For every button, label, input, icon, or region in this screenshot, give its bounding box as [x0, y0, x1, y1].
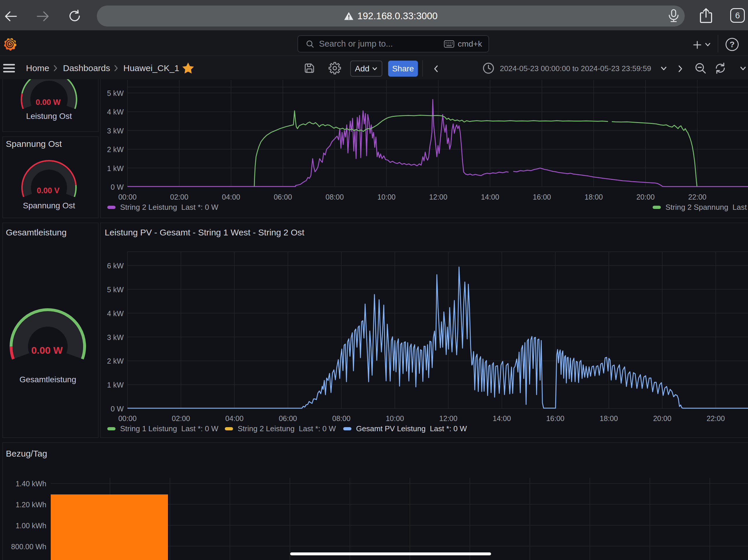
svg-text:02:00: 02:00 [172, 414, 190, 422]
svg-text:0.00 V: 0.00 V [37, 186, 60, 195]
svg-text:0.00 W: 0.00 W [31, 345, 63, 356]
svg-text:20:00: 20:00 [636, 193, 655, 201]
svg-text:10:00: 10:00 [386, 414, 404, 422]
svg-text:4 kW: 4 kW [107, 310, 124, 318]
svg-text:22:00: 22:00 [707, 414, 725, 422]
svg-text:Bezug/Tag: Bezug/Tag [6, 449, 47, 458]
svg-text:4 kW: 4 kW [107, 108, 124, 116]
svg-text:6 kW: 6 kW [107, 262, 124, 270]
svg-text:String 2 Leistung Last *: 0 W: String 2 Leistung Last *: 0 W [238, 424, 336, 433]
svg-text:5 kW: 5 kW [107, 286, 124, 294]
svg-text:String 2 Spannung Last *: 0 W: String 2 Spannung Last *: 0 W [665, 203, 748, 212]
svg-text:06:00: 06:00 [274, 193, 292, 201]
svg-text:18:00: 18:00 [585, 193, 603, 201]
svg-text:08:00: 08:00 [332, 414, 351, 422]
svg-text:00:00: 00:00 [118, 193, 137, 201]
svg-text:Leistung PV - Gesamt - String: Leistung PV - Gesamt - String 1 West - S… [105, 227, 304, 237]
svg-text:16:00: 16:00 [533, 193, 551, 201]
svg-text:0 W: 0 W [111, 405, 124, 413]
svg-text:08:00: 08:00 [325, 193, 344, 201]
svg-text:1.00 kWh: 1.00 kWh [16, 521, 46, 530]
svg-text:2 kW: 2 kW [107, 145, 124, 153]
svg-text:16:00: 16:00 [546, 414, 565, 422]
svg-text:04:00: 04:00 [226, 414, 244, 422]
svg-text:20:00: 20:00 [653, 414, 672, 422]
svg-text:5 kW: 5 kW [107, 89, 124, 97]
svg-text:10:00: 10:00 [377, 193, 396, 201]
svg-text:14:00: 14:00 [481, 193, 499, 201]
svg-text:800.00 Wh: 800.00 Wh [11, 542, 46, 551]
svg-text:1 kW: 1 kW [107, 164, 124, 172]
svg-text:String 1 Leistung Last *: 0 W: String 1 Leistung Last *: 0 W [120, 424, 218, 433]
svg-text:12:00: 12:00 [429, 193, 448, 201]
svg-text:Leistung Ost: Leistung Ost [26, 112, 72, 121]
svg-text:1.20 kWh: 1.20 kWh [16, 501, 46, 509]
svg-text:Spannung Ost: Spannung Ost [6, 139, 62, 149]
svg-text:Gesamt PV Leistung Last *: 0: Gesamt PV Leistung Last *: 0 W [356, 424, 467, 433]
svg-text:14:00: 14:00 [493, 414, 511, 422]
svg-text:Gesamtleistung: Gesamtleistung [20, 375, 76, 384]
svg-text:2 kW: 2 kW [107, 357, 124, 365]
svg-text:0.00 W: 0.00 W [36, 98, 61, 107]
svg-text:1 kW: 1 kW [107, 381, 124, 389]
svg-text:18:00: 18:00 [600, 414, 618, 422]
svg-text:22:00: 22:00 [688, 193, 707, 201]
svg-text:02:00: 02:00 [170, 193, 188, 201]
svg-text:1.40 kWh: 1.40 kWh [16, 480, 46, 488]
svg-text:0 W: 0 W [111, 183, 124, 191]
svg-text:12:00: 12:00 [439, 414, 458, 422]
svg-text:3 kW: 3 kW [107, 127, 124, 135]
svg-text:Spannung Ost: Spannung Ost [23, 201, 75, 210]
svg-text:String 2 Leistung Last *: 0 W: String 2 Leistung Last *: 0 W [120, 203, 218, 212]
svg-text:00:00: 00:00 [118, 414, 137, 422]
svg-text:04:00: 04:00 [222, 193, 240, 201]
svg-text:Gesamtleistung: Gesamtleistung [6, 227, 67, 237]
svg-text:06:00: 06:00 [279, 414, 297, 422]
svg-text:3 kW: 3 kW [107, 333, 124, 341]
